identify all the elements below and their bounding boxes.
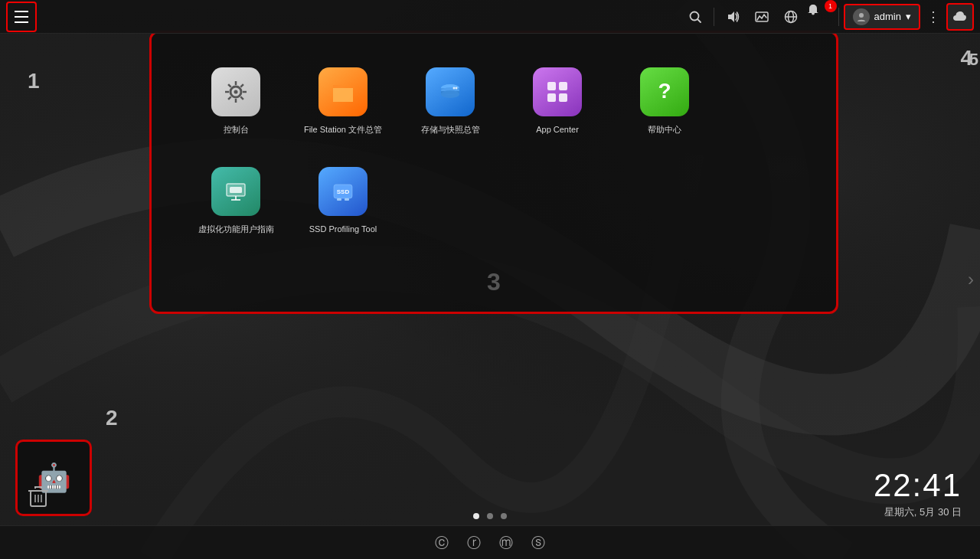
app-label-help: 帮助中心: [648, 124, 681, 135]
dot-3[interactable]: [501, 513, 507, 519]
app-item-control[interactable]: 控制台: [182, 56, 289, 155]
search-icon: [688, 10, 702, 24]
svg-point-26: [441, 90, 459, 98]
svg-marker-5: [728, 11, 734, 22]
separator-1: [714, 8, 714, 26]
cloud-button[interactable]: [946, 3, 974, 31]
notification-count-badge: 1: [825, 0, 837, 12]
app-icon-help: ?: [640, 67, 689, 116]
app-item-ssd[interactable]: SSD SSD Profiling Tool: [289, 155, 397, 255]
app-item-help[interactable]: ? 帮助中心: [611, 56, 718, 155]
svg-line-20: [240, 84, 243, 87]
pagination-dots: [473, 513, 507, 519]
svg-point-28: [453, 87, 456, 90]
user-icon: [856, 11, 867, 22]
app-label-storage: 存储与快照总管: [421, 124, 480, 135]
app-icon-virtual: [211, 167, 260, 216]
svg-text:SSD: SSD: [337, 188, 350, 195]
menu-line-2: [15, 16, 28, 18]
app-label-control: 控制台: [224, 124, 249, 135]
app-panel: 控制台 File Station 文件总管 存储与快照总管 App Center…: [149, 31, 838, 314]
app-item-virtual[interactable]: 虚拟化功能用户指南: [182, 155, 289, 255]
menu-button[interactable]: [6, 2, 37, 32]
hardware-icon: [755, 10, 769, 24]
svg-rect-41: [345, 198, 349, 201]
annotation-3: 3: [487, 268, 501, 296]
annotation-1: 1: [28, 69, 40, 93]
svg-point-10: [859, 13, 864, 18]
app-icon-control: [211, 67, 260, 116]
svg-line-16: [228, 96, 231, 100]
svg-point-27: [456, 87, 458, 90]
search-button[interactable]: [681, 3, 709, 31]
notification-button[interactable]: 1: [806, 3, 834, 31]
network-icon: [784, 10, 798, 24]
svg-point-12: [234, 90, 238, 94]
annotation-5: 5: [969, 50, 978, 70]
app-item-filestation[interactable]: File Station 文件总管: [289, 56, 397, 155]
app-label-filestation: File Station 文件总管: [304, 124, 382, 135]
svg-rect-40: [337, 198, 341, 201]
svg-line-18: [228, 84, 231, 87]
taskbar-right: 1 admin ▾ ⋮: [681, 3, 980, 31]
app-label-virtual: 虚拟化功能用户指南: [198, 224, 274, 234]
volume-button[interactable]: [719, 3, 746, 31]
clock-date: 星期六, 5月 30 日: [874, 505, 962, 519]
svg-line-14: [240, 96, 243, 100]
more-options-button[interactable]: ⋮: [922, 5, 945, 28]
app-grid: 控制台 File Station 文件总管 存储与快照总管 App Center…: [182, 56, 805, 255]
svg-text:?: ?: [658, 79, 671, 103]
notification-icon: [806, 3, 820, 17]
dot-1[interactable]: [473, 513, 479, 519]
menu-line-1: [15, 11, 28, 12]
svg-point-3: [690, 11, 698, 20]
dot-2[interactable]: [487, 513, 493, 519]
menu-line-3: [15, 21, 28, 23]
bottom-icon-3[interactable]: ⓜ: [499, 534, 513, 552]
trash-button[interactable]: [21, 478, 55, 516]
app-icon-storage: [426, 67, 475, 116]
bottom-taskbar: ⓒ ⓡ ⓜ ⓢ: [0, 525, 980, 559]
user-avatar: [853, 8, 870, 25]
svg-rect-32: [559, 93, 567, 102]
app-label-ssd: SSD Profiling Tool: [309, 224, 377, 234]
app-icon-ssd: SSD: [318, 167, 368, 216]
dropdown-arrow: ▾: [906, 11, 911, 22]
svg-rect-29: [547, 82, 556, 90]
hardware-monitor-button[interactable]: [748, 3, 776, 31]
app-icon-appcenter: [533, 67, 582, 116]
separator-2: [838, 8, 839, 26]
bottom-icon-2[interactable]: ⓡ: [467, 534, 481, 552]
svg-rect-35: [230, 187, 242, 193]
bottom-icon-1[interactable]: ⓒ: [435, 534, 449, 552]
app-item-appcenter[interactable]: App Center: [504, 56, 611, 155]
taskbar-left: [0, 2, 37, 32]
next-page-button[interactable]: ›: [968, 269, 974, 290]
svg-rect-31: [547, 93, 556, 102]
volume-icon: [726, 10, 740, 24]
username-label: admin: [874, 11, 901, 22]
cloud-icon: [952, 11, 968, 23]
clock-time: 22:41: [874, 467, 962, 504]
app-icon-filestation: [318, 67, 368, 116]
app-label-appcenter: App Center: [536, 124, 579, 135]
network-button[interactable]: [777, 3, 805, 31]
annotation-2: 2: [106, 406, 118, 430]
app-item-storage[interactable]: 存储与快照总管: [397, 56, 504, 155]
bottom-icon-4[interactable]: ⓢ: [531, 534, 545, 552]
svg-rect-30: [559, 82, 567, 90]
clock-area: 22:41 星期六, 5月 30 日: [874, 467, 962, 519]
svg-line-4: [697, 19, 701, 22]
svg-rect-21: [333, 85, 341, 88]
top-taskbar: 1 admin ▾ ⋮: [0, 0, 980, 34]
trash-icon: [28, 485, 49, 509]
user-menu-button[interactable]: admin ▾: [844, 4, 920, 30]
